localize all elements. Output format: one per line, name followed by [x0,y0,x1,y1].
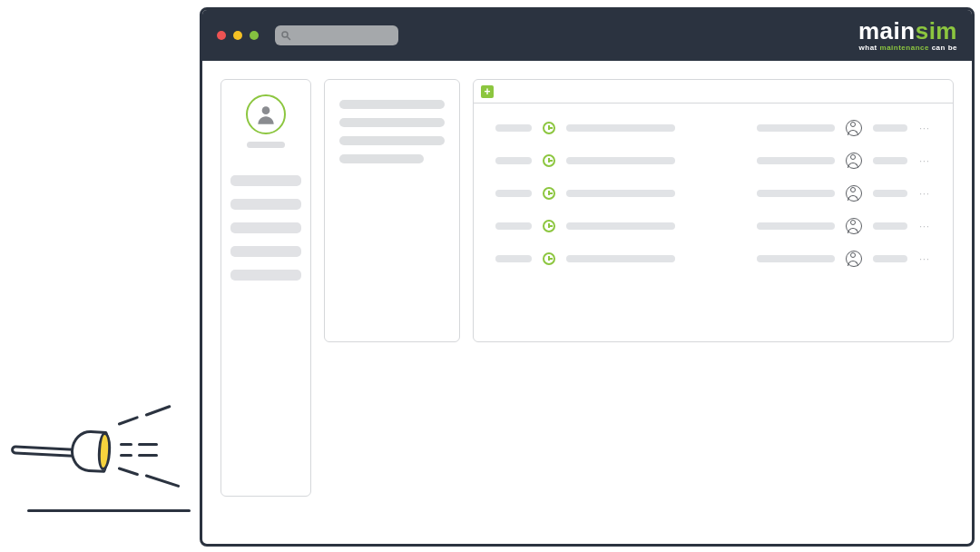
brand-logo: mainsim what maintenance can be [858,19,957,52]
summary-line [339,154,424,163]
tagline-pre: what [859,44,880,52]
tagline-accent: maintenance [880,44,929,52]
person-icon [846,185,862,202]
cell [873,190,907,197]
clock-icon [543,154,555,167]
zoom-icon[interactable] [250,31,259,40]
person-icon [846,218,862,234]
person-icon [846,251,862,267]
person-icon [846,153,862,169]
sidebar-item[interactable] [230,270,301,281]
clock-icon [543,220,555,232]
summary-line [339,100,445,109]
kebab-icon[interactable]: ··· [918,156,931,166]
list-header: + [474,80,953,104]
cell [873,255,907,262]
cell [495,222,532,230]
flashlight-icon [11,383,201,501]
sidebar [220,79,311,497]
close-icon[interactable] [217,31,226,40]
avatar[interactable] [246,94,286,134]
summary-panel [324,79,460,342]
sidebar-item[interactable] [230,222,301,233]
list-item[interactable]: ··· [495,153,931,169]
kebab-icon[interactable]: ··· [918,222,931,232]
minimize-icon[interactable] [233,31,242,40]
list-item[interactable]: ··· [495,218,931,234]
summary-line [339,136,445,145]
list-body: ··· ··· [474,104,953,341]
list-item[interactable]: ··· [495,251,931,267]
cell [757,190,835,197]
svg-point-2 [262,106,270,114]
cell [566,124,675,132]
cell [757,124,835,132]
add-icon: + [484,86,490,97]
brand-accent: sim [916,17,957,44]
cell [873,157,907,164]
clock-icon [543,252,555,265]
summary-line [339,118,445,127]
kebab-icon[interactable]: ··· [918,123,931,133]
cell [495,157,532,164]
sidebar-item[interactable] [230,175,301,186]
avatar-name [247,142,285,148]
add-button[interactable]: + [481,85,494,98]
cell [757,157,835,164]
workspace: + ··· [202,61,972,544]
list-item[interactable]: ··· [495,120,931,136]
cell [757,222,835,230]
cell [495,190,532,197]
titlebar: mainsim what maintenance can be [202,10,972,61]
cell [566,222,675,230]
cell [873,124,907,132]
cell [757,255,835,262]
cell [495,255,532,262]
person-icon [254,103,278,126]
sidebar-item[interactable] [230,199,301,210]
cell [566,157,675,164]
tagline-post: can be [929,44,957,52]
person-icon [846,120,862,136]
cell [566,190,675,197]
app-window: mainsim what maintenance can be [200,7,975,547]
cell [495,124,532,132]
search-input[interactable] [275,25,398,45]
list-item[interactable]: ··· [495,185,931,202]
clock-icon [543,187,555,200]
sidebar-item[interactable] [230,246,301,257]
kebab-icon[interactable]: ··· [918,189,931,199]
clock-icon [543,122,555,134]
brand-main: main [858,17,916,44]
search-icon [280,30,291,41]
list-panel: + ··· [473,79,954,342]
cell [566,255,675,262]
cell [873,222,907,230]
kebab-icon[interactable]: ··· [918,254,931,264]
svg-line-1 [288,37,290,40]
